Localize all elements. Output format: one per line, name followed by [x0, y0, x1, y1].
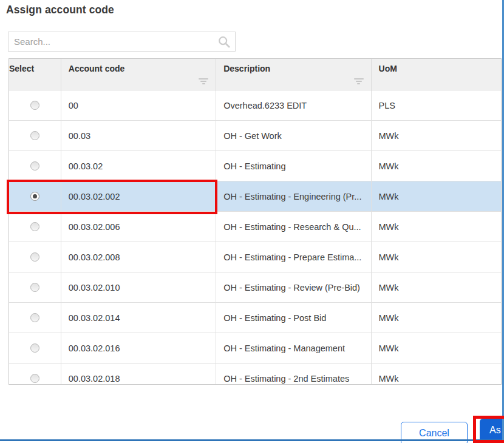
- account-code-cell: 00.03.02: [61, 151, 216, 181]
- radio-button[interactable]: [30, 101, 39, 110]
- table-row[interactable]: 00.03.02OH - EstimatingMWk: [9, 151, 501, 181]
- table-row[interactable]: 00.03.02.008OH - Estimating - Prepare Es…: [9, 242, 501, 272]
- uom-cell: MWk: [372, 242, 501, 272]
- description-cell: OH - Estimating - 2nd Estimates: [216, 364, 371, 385]
- account-code-table: SelectAccount codeDescriptionUoM 00Overh…: [9, 58, 502, 385]
- select-cell: [9, 303, 61, 333]
- radio-button[interactable]: [30, 131, 39, 140]
- radio-button[interactable]: [30, 343, 39, 353]
- select-cell: [9, 272, 61, 302]
- account-code-cell: 00.03.02.006: [61, 212, 216, 242]
- account-code-cell: 00.03.02.016: [61, 333, 216, 363]
- select-cell: [9, 364, 61, 385]
- description-cell: OH - Estimating: [216, 151, 371, 181]
- dialog-title: Assign account code: [6, 4, 114, 16]
- description-cell: OH - Get Work: [216, 121, 371, 150]
- select-cell: [9, 242, 61, 272]
- uom-cell: MWk: [372, 364, 501, 385]
- account-code-cell: 00.03: [61, 121, 216, 150]
- filter-icon[interactable]: [199, 78, 208, 84]
- account-code-cell: 00.03.02.018: [61, 364, 216, 385]
- column-header-uom: UoM: [372, 59, 501, 90]
- search-icon: [217, 35, 231, 49]
- radio-button-selected[interactable]: [30, 192, 39, 201]
- description-cell: OH - Estimating - Post Bid: [216, 303, 371, 333]
- table-row[interactable]: 00.03OH - Get WorkMWk: [9, 121, 501, 151]
- radio-button[interactable]: [30, 283, 39, 292]
- uom-cell: PLS: [372, 90, 501, 120]
- account-code-cell: 00.03.02.014: [61, 303, 216, 333]
- description-cell: OH - Estimating - Prepare Estima...: [216, 242, 371, 272]
- description-cell: Overhead.6233 EDIT: [216, 90, 371, 120]
- select-cell: [9, 212, 61, 242]
- column-header-label: Description: [223, 64, 270, 73]
- select-cell: [9, 181, 61, 211]
- select-cell: [9, 90, 61, 120]
- select-cell: [9, 151, 61, 181]
- column-header-code: Account code: [61, 59, 216, 90]
- uom-cell: MWk: [372, 212, 501, 242]
- column-header-label: Select: [9, 64, 34, 73]
- table-row[interactable]: 00.03.02.002OH - Estimating - Engineerin…: [9, 181, 501, 212]
- radio-button[interactable]: [30, 313, 39, 322]
- account-code-cell: 00.03.02.002: [61, 181, 216, 211]
- column-header-label: UoM: [379, 64, 397, 73]
- uom-cell: MWk: [372, 303, 501, 333]
- radio-button[interactable]: [30, 374, 39, 383]
- description-cell: OH - Estimating - Review (Pre-Bid): [216, 272, 371, 302]
- account-code-cell: 00.03.02.008: [61, 242, 216, 272]
- uom-cell: MWk: [372, 151, 501, 181]
- description-cell: OH - Estimating - Management: [216, 333, 371, 363]
- column-header-label: Account code: [69, 64, 125, 73]
- description-cell: OH - Estimating - Engineering (Pr...: [216, 181, 371, 211]
- table-row[interactable]: 00.03.02.018OH - Estimating - 2nd Estima…: [9, 364, 501, 385]
- account-code-cell: 00: [61, 90, 216, 120]
- assign-button[interactable]: As: [480, 419, 504, 442]
- table-body: 00Overhead.6233 EDITPLS00.03OH - Get Wor…: [9, 90, 501, 385]
- uom-cell: MWk: [372, 121, 501, 150]
- uom-cell: MWk: [372, 272, 501, 302]
- table-row[interactable]: 00.03.02.010OH - Estimating - Review (Pr…: [9, 272, 501, 303]
- dialog-bottom-border: [0, 439, 504, 441]
- uom-cell: MWk: [372, 333, 501, 363]
- radio-button[interactable]: [30, 252, 39, 262]
- radio-button[interactable]: [30, 161, 39, 171]
- table-row[interactable]: 00Overhead.6233 EDITPLS: [9, 90, 501, 121]
- filter-icon[interactable]: [354, 78, 364, 84]
- select-cell: [9, 121, 61, 150]
- table-row[interactable]: 00.03.02.016OH - Estimating - Management…: [9, 333, 501, 364]
- table-row[interactable]: 00.03.02.006OH - Estimating - Research &…: [9, 212, 501, 242]
- description-cell: OH - Estimating - Research & Qu...: [216, 212, 371, 242]
- account-code-cell: 00.03.02.010: [61, 272, 216, 302]
- search-input[interactable]: [9, 32, 235, 51]
- column-header-description: Description: [216, 59, 371, 90]
- select-cell: [9, 333, 61, 363]
- search-box: [8, 32, 236, 52]
- table-header-row: SelectAccount codeDescriptionUoM: [9, 59, 501, 90]
- table-row[interactable]: 00.03.02.014OH - Estimating - Post BidMW…: [9, 303, 501, 333]
- radio-button[interactable]: [30, 222, 39, 231]
- column-header-select: Select: [9, 59, 61, 90]
- uom-cell: MWk: [372, 181, 501, 211]
